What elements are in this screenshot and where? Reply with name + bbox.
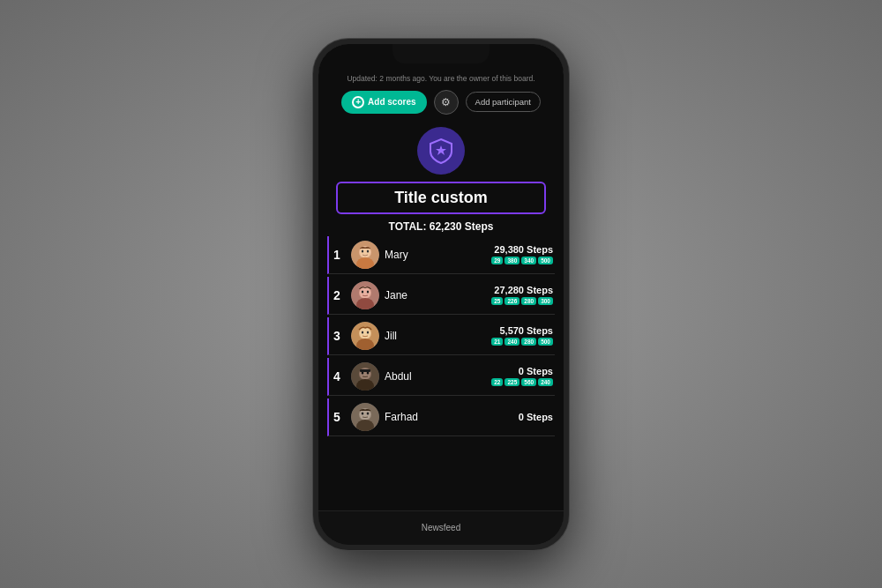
plus-circle-icon: + [352, 96, 364, 108]
svg-point-16 [360, 328, 370, 339]
settings-icon: ⚙ [441, 96, 451, 108]
score-badge: 22 [491, 378, 503, 386]
score-badge: 25 [491, 297, 503, 305]
score-badge: 560 [521, 378, 536, 386]
rank-number: 1 [333, 248, 346, 262]
score-badge: 340 [521, 257, 536, 264]
add-participant-label: Add participant [475, 97, 531, 107]
participant-name: Abdul [385, 370, 486, 383]
toolbar: + Add scores ⚙ Add participant [318, 86, 564, 122]
leaderboard-row[interactable]: 2 Jane 27,280 Steps 25226280300 [327, 277, 555, 315]
bottom-nav-label: Newsfeed [422, 523, 460, 532]
steps-count: 29,380 Steps [494, 244, 553, 255]
steps-count: 27,280 Steps [494, 285, 553, 295]
score-badge: 500 [538, 257, 553, 264]
settings-button[interactable]: ⚙ [434, 90, 459, 115]
score-badge: 225 [505, 378, 519, 386]
score-section: 0 Steps 22225560240 [491, 366, 553, 386]
score-badge: 21 [491, 338, 503, 346]
phone-device: Updated: 2 months ago. You are the owner… [313, 39, 569, 550]
steps-count: 0 Steps [519, 412, 553, 422]
bottom-nav: Newsfeed [318, 510, 564, 545]
svg-point-31 [367, 412, 370, 414]
participant-name: Jane [385, 289, 486, 301]
avatar [351, 241, 379, 269]
participant-name: Jill [385, 330, 486, 342]
score-section: 27,280 Steps 25226280300 [491, 285, 553, 305]
avatar [351, 362, 379, 391]
add-participant-button[interactable]: Add participant [466, 92, 541, 112]
avatar [351, 403, 379, 431]
score-badges: 25226280300 [491, 297, 553, 305]
score-badges: 21240280500 [491, 338, 553, 346]
phone-notch [392, 44, 490, 63]
board-title: Title custom [336, 182, 546, 214]
steps-count: 0 Steps [519, 366, 553, 376]
svg-point-5 [362, 249, 363, 252]
phone-mockup: Updated: 2 months ago. You are the owner… [313, 39, 569, 550]
svg-point-10 [360, 287, 370, 298]
rank-number: 2 [333, 288, 346, 302]
leaderboard: 1 Mary 29,380 Steps 29380340500 2 [318, 236, 564, 510]
avatar [351, 322, 379, 350]
board-title-text: Title custom [394, 189, 488, 206]
updated-text: Updated: 2 months ago. You are the owner… [318, 71, 564, 86]
svg-point-17 [362, 331, 363, 333]
leaderboard-row[interactable]: 3 Jill 5,570 Steps 21240280500 [327, 317, 555, 355]
score-section: 0 Steps [519, 412, 553, 422]
score-badge: 226 [505, 297, 519, 305]
leaderboard-row[interactable]: 5 Farhad 0 Steps [327, 398, 555, 436]
score-badge: 29 [491, 257, 503, 264]
total-steps: TOTAL: 62,230 Steps [318, 216, 564, 236]
shield-container [318, 122, 564, 178]
score-badge: 240 [505, 338, 519, 346]
score-badges: 22225560240 [491, 378, 553, 386]
score-badge: 280 [521, 338, 536, 346]
score-section: 29,380 Steps 29380340500 [491, 244, 553, 264]
svg-point-30 [362, 412, 364, 414]
participant-name: Mary [385, 249, 486, 261]
score-badge: 240 [538, 378, 553, 386]
leaderboard-row[interactable]: 1 Mary 29,380 Steps 29380340500 [327, 236, 555, 274]
shield-icon [417, 127, 465, 175]
svg-point-18 [367, 331, 369, 333]
rank-number: 4 [333, 369, 346, 383]
add-scores-button[interactable]: + Add scores [341, 91, 426, 114]
steps-count: 5,570 Steps [499, 325, 553, 336]
rank-number: 3 [333, 329, 346, 343]
score-badge: 280 [521, 297, 536, 305]
score-badge: 500 [538, 338, 553, 346]
svg-point-11 [362, 290, 363, 293]
leaderboard-row[interactable]: 4 Abdul 0 Steps 22225560240 [327, 358, 555, 396]
svg-point-6 [367, 249, 369, 252]
score-badge: 300 [538, 297, 553, 305]
score-badge: 380 [505, 257, 519, 264]
svg-rect-25 [360, 369, 370, 372]
participant-name: Farhad [385, 411, 513, 423]
svg-point-12 [367, 290, 369, 293]
avatar [351, 281, 379, 309]
svg-marker-0 [436, 145, 446, 155]
add-scores-label: Add scores [368, 97, 415, 107]
rank-number: 5 [333, 410, 346, 424]
phone-screen: Updated: 2 months ago. You are the owner… [318, 44, 564, 545]
score-badges: 29380340500 [491, 257, 553, 264]
score-section: 5,570 Steps 21240280500 [491, 325, 553, 346]
